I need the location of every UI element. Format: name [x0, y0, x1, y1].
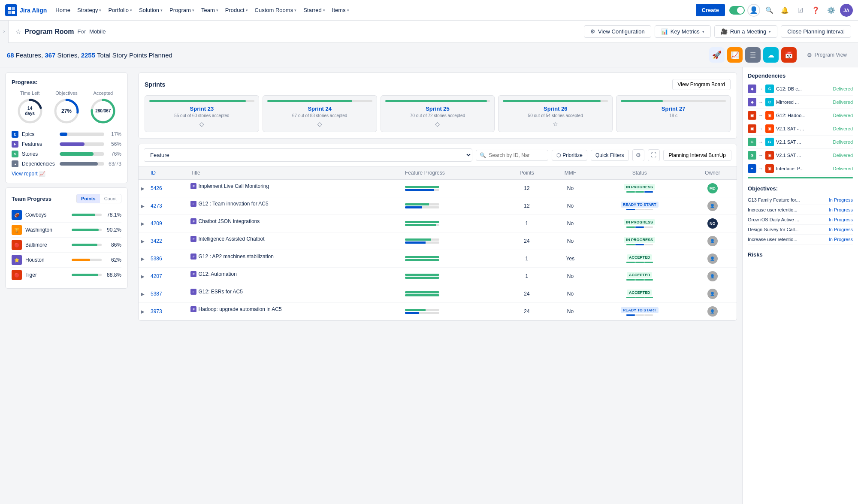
program-view-toggle[interactable]: ⚙ Program View [803, 49, 851, 61]
close-planning-interval-button[interactable]: Close Planning Interval [781, 25, 851, 38]
dep-text-4[interactable]: V2.1 SAT - ... [776, 126, 831, 131]
expand-btn-5426[interactable]: ▶ [141, 186, 145, 191]
stories-count-link[interactable]: 367 [45, 51, 55, 59]
diamond-icon-24[interactable]: ◇ [267, 121, 372, 127]
nav-item-items[interactable]: Items▾ [329, 0, 353, 21]
view-icon-list[interactable]: ☰ [745, 47, 761, 63]
checkbox-icon[interactable]: ☑ [794, 4, 807, 17]
nav-item-strategy[interactable]: Strategy▾ [74, 0, 105, 21]
feature-icon-3973: F [190, 306, 196, 312]
houston-name: Houston [25, 257, 68, 263]
subheader-star-icon[interactable]: ☆ [15, 28, 21, 36]
view-icon-rocket[interactable]: 🚀 [709, 47, 725, 63]
risks-section: Risks [748, 251, 853, 258]
dependencies-progress-row: ⬥ Dependencies 63/73 [12, 160, 121, 167]
dep-text-6[interactable]: V2.1 SAT ... [776, 153, 831, 158]
feature-id-4273[interactable]: 4273 [151, 203, 162, 209]
feature-icon-5386: F [190, 254, 196, 260]
quick-filters-button[interactable]: Quick Filters [591, 150, 629, 161]
features-count-link[interactable]: 68 [7, 51, 14, 59]
objective-text-4[interactable]: Design Survey for Call... [748, 227, 827, 232]
feature-id-4209[interactable]: 4209 [151, 220, 162, 226]
nav-item-team[interactable]: Team▾ [198, 0, 222, 21]
view-report-link[interactable]: View report 📈 [12, 171, 121, 177]
dep-text-1[interactable]: G12: DB c... [776, 86, 831, 91]
expand-btn-3422[interactable]: ▶ [141, 239, 145, 244]
search-input[interactable] [489, 152, 544, 158]
svg-rect-2 [8, 11, 11, 14]
feature-id-3422[interactable]: 3422 [151, 238, 162, 244]
feature-id-4207[interactable]: 4207 [151, 273, 162, 279]
tiger-pct: 88.8% [105, 272, 121, 278]
bell-icon[interactable]: 🔔 [778, 4, 791, 17]
key-metrics-button[interactable]: 📊 Key Metrics ▾ [655, 25, 711, 38]
dep-text-3[interactable]: G12: Hadoo... [776, 113, 831, 118]
fullscreen-icon-btn[interactable]: ⛶ [648, 149, 660, 161]
view-icon-chart[interactable]: 📈 [727, 47, 743, 63]
nav-logo[interactable]: Jira Align [5, 4, 47, 16]
prioritize-button[interactable]: ⬡ Prioritize [552, 150, 587, 161]
stories-icon: S [12, 151, 18, 157]
nav-item-portfolio[interactable]: Portfolio▾ [105, 0, 136, 21]
user-icon[interactable]: 👤 [747, 4, 760, 17]
view-icon-calendar[interactable]: 📅 [781, 47, 797, 63]
dep-from-icon-6: G [748, 151, 756, 160]
dep-arrow-icon-4: → [758, 126, 763, 131]
settings-icon[interactable]: ⚙️ [825, 4, 837, 17]
feature-type-select[interactable]: Feature [144, 148, 472, 162]
nav-item-custom-rooms[interactable]: Custom Rooms▾ [251, 0, 300, 21]
diamond-icon-23[interactable]: ◇ [149, 121, 254, 127]
expand-btn-5387[interactable]: ▶ [141, 292, 145, 296]
diamond-icon-25[interactable]: ◇ [385, 121, 490, 127]
view-program-board-button[interactable]: View Program Board [672, 79, 731, 90]
id-column-header[interactable]: ID [151, 170, 156, 176]
expand-btn-4209[interactable]: ▶ [141, 221, 145, 226]
feature-id-5386[interactable]: 5386 [151, 256, 162, 262]
expand-btn-3973[interactable]: ▶ [141, 309, 145, 314]
nav-item-program[interactable]: Program▾ [166, 0, 198, 21]
nav-item-solution[interactable]: Solution▾ [136, 0, 166, 21]
sprint-24-name[interactable]: Sprint 24 [267, 106, 372, 112]
points-count-link[interactable]: 2255 [81, 51, 95, 59]
star-icon-26[interactable]: ☆ [503, 121, 608, 127]
avatar[interactable]: JA [840, 4, 853, 17]
dep-text-5[interactable]: V2.1 SAT ... [776, 139, 831, 145]
view-icon-cloud[interactable]: ☁ [763, 47, 779, 63]
run-meeting-button[interactable]: 🎥 Run a Meeting ▾ [714, 25, 778, 38]
nav-item-starred[interactable]: Starred▾ [300, 0, 329, 21]
search-icon[interactable]: 🔍 [763, 4, 776, 17]
dep-item-4: ▣ → ▣ V2.1 SAT - ... Delivered [748, 122, 853, 136]
sprint-item-23: Sprint 23 55 out of 60 stories accepted … [145, 95, 259, 132]
help-icon[interactable]: ❓ [809, 4, 822, 17]
objective-text-2[interactable]: Increase user retentio... [748, 207, 827, 212]
nav-item-product[interactable]: Product▾ [222, 0, 251, 21]
feature-id-5426[interactable]: 5426 [151, 185, 162, 191]
sprint-25-name[interactable]: Sprint 25 [385, 106, 490, 112]
objective-text-1[interactable]: G13 Family Feature for... [748, 197, 827, 202]
run-meeting-chevron-icon: ▾ [769, 30, 771, 34]
sprint-27-name[interactable]: Sprint 27 [621, 106, 726, 112]
nav-logo-text: Jira Align [20, 7, 47, 14]
feature-id-5387[interactable]: 5387 [151, 291, 162, 297]
dep-arrow-icon-5: → [758, 139, 763, 145]
collapse-panel-btn[interactable]: › [0, 21, 9, 43]
team-tab-count[interactable]: Count [100, 194, 121, 203]
burnup-button[interactable]: Planning Interval BurnUp [663, 150, 731, 161]
view-configuration-button[interactable]: ⚙ View Configuration [584, 25, 651, 38]
expand-btn-5386[interactable]: ▶ [141, 257, 145, 261]
team-tab-points[interactable]: Points [77, 194, 100, 203]
dep-text-2[interactable]: Mirrored ... [776, 100, 831, 105]
nav-item-home[interactable]: Home [52, 0, 74, 21]
create-button[interactable]: Create [696, 4, 725, 16]
expand-btn-4207[interactable]: ▶ [141, 274, 145, 279]
objective-text-5[interactable]: Increase user retentio... [748, 237, 827, 242]
sprint-26-name[interactable]: Sprint 26 [503, 106, 608, 112]
dep-text-7[interactable]: Interface: P... [776, 166, 831, 171]
houston-icon: ⭐ [12, 255, 22, 265]
table-settings-icon-btn[interactable]: ⚙ [632, 149, 644, 161]
expand-btn-4273[interactable]: ▶ [141, 204, 145, 208]
sprint-23-name[interactable]: Sprint 23 [149, 106, 254, 112]
objective-text-3[interactable]: Grow iOS Daily Active ... [748, 217, 827, 222]
feature-id-3973[interactable]: 3973 [151, 308, 162, 314]
toggle-switch[interactable] [729, 6, 745, 15]
